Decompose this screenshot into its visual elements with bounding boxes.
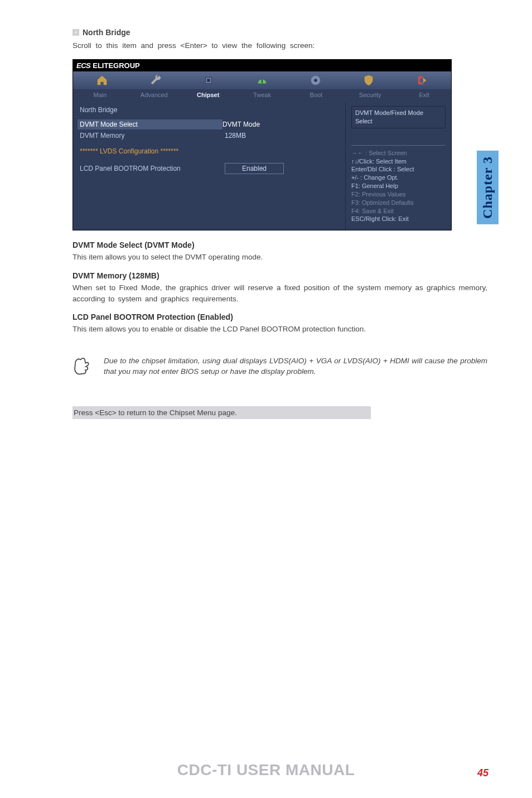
hand-note-icon	[72, 356, 96, 384]
note-text: Due to the chipset limitation, using dua…	[104, 356, 487, 377]
page-number: 45	[477, 767, 489, 779]
tab-tweak[interactable]: Tweak	[235, 90, 289, 99]
bios-brand: ELITEGROUP	[93, 61, 140, 70]
bios-key-line: F4: Save & Exit	[351, 207, 446, 215]
bios-label: DVMT Mode Select	[78, 119, 223, 129]
bios-page-heading: North Bridge	[80, 106, 338, 114]
dvmt-mode-body: This item allows you to select the DVMT …	[72, 252, 487, 263]
bios-label: LCD Panel BOOTROM Protection	[80, 165, 225, 172]
tab-chipset[interactable]: Chipset	[181, 90, 235, 99]
gauge-icon[interactable]	[256, 74, 268, 86]
bios-help-line: Select	[355, 117, 442, 126]
bios-key-line: Enter/Dbl Click : Select	[351, 165, 446, 174]
shield-icon[interactable]	[362, 74, 375, 86]
section-heading: North Bridge	[83, 28, 130, 37]
chevron-right-icon: ›	[72, 29, 79, 36]
svg-rect-1	[207, 79, 211, 83]
bios-key-line: F1: General Help	[351, 182, 446, 190]
dvmt-memory-heading: DVMT Memory (128MB)	[72, 271, 487, 280]
dvmt-mode-heading: DVMT Mode Select (DVMT Mode)	[72, 241, 487, 249]
bios-row-dvmt-memory[interactable]: DVMT Memory 128MB	[80, 132, 338, 140]
bios-value-box: Enabled	[225, 163, 284, 174]
dvmt-memory-body: When set to Fixed Mode, the graphics dri…	[72, 282, 487, 305]
tab-exit[interactable]: Exit	[397, 90, 451, 99]
bios-key-line: +/- : Change Opt.	[351, 174, 446, 182]
bios-key-line: ESC/Right Click: Exit	[351, 215, 446, 223]
bios-key-help: →← : Select Screen ↑↓/Click: Select Item…	[351, 149, 446, 224]
bios-value: DVMT Mode	[223, 121, 260, 128]
bios-brand-prefix: ECS	[76, 61, 90, 70]
svg-point-4	[314, 79, 317, 83]
tab-boot[interactable]: Boot	[289, 90, 343, 99]
home-icon[interactable]	[96, 74, 108, 86]
bios-lvds-header: ******* LVDS Configuration *******	[80, 147, 338, 155]
esc-hint: Press <Esc> to return to the Chipset Men…	[72, 406, 371, 419]
tab-advanced[interactable]: Advanced	[127, 90, 181, 99]
bios-tab-row: Main Advanced Chipset Tweak Boot Securit…	[73, 89, 451, 102]
bios-help-box: DVMT Mode/Fixed Mode Select	[351, 106, 446, 128]
bios-row-lcd-bootrom[interactable]: LCD Panel BOOTROM Protection Enabled	[80, 163, 338, 174]
bios-label: DVMT Memory	[80, 132, 225, 140]
section-intro: Scroll to this item and press <Enter> to…	[72, 40, 487, 51]
bios-key-line: →← : Select Screen	[351, 149, 446, 157]
bios-value: 128MB	[225, 132, 246, 140]
lcd-bootrom-body: This item allows you to enable or disabl…	[72, 324, 487, 335]
bios-row-dvmt-mode[interactable]: DVMT Mode Select DVMT Mode	[80, 119, 338, 129]
bios-help-line: DVMT Mode/Fixed Mode	[355, 109, 442, 117]
bios-key-line: F2: Previous Values	[351, 190, 446, 199]
chip-icon[interactable]	[202, 74, 215, 86]
exit-icon[interactable]	[416, 74, 428, 86]
bios-key-line: F3: Optimized Defaults	[351, 199, 446, 207]
chapter-tab: Chapter 3	[477, 151, 499, 224]
tab-main[interactable]: Main	[73, 90, 127, 99]
tab-security[interactable]: Security	[343, 90, 397, 99]
bios-titlebar: ECS ELITEGROUP	[73, 60, 451, 71]
bios-window: ECS ELITEGROUP	[72, 59, 452, 230]
bios-left-pane: North Bridge DVMT Mode Select DVMT Mode …	[73, 102, 345, 230]
bios-right-pane: DVMT Mode/Fixed Mode Select →← : Select …	[345, 102, 451, 230]
svg-rect-2	[262, 79, 263, 83]
disc-icon[interactable]	[309, 74, 322, 86]
bios-icon-row	[73, 71, 451, 89]
bios-key-line: ↑↓/Click: Select Item	[351, 157, 446, 166]
lcd-bootrom-heading: LCD Panel BOOTROM Protection (Enabled)	[72, 313, 487, 321]
footer-title: CDC-TI USER MANUAL	[0, 761, 532, 779]
wrench-icon[interactable]	[149, 74, 162, 86]
